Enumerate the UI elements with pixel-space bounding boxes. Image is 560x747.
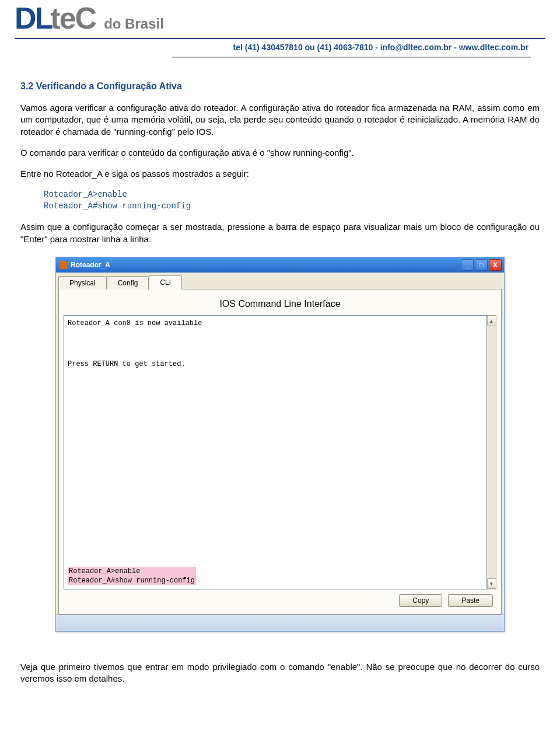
tab-content: IOS Command Line Interface Roteador_A co… — [58, 289, 502, 615]
window-title: Roteador_A — [71, 261, 110, 269]
cli-output-line: Press RETURN to get started. — [68, 360, 483, 368]
paragraph-2: O comando para verificar o conteúdo da c… — [20, 147, 540, 159]
titlebar[interactable]: Roteador_A _ □ X — [56, 257, 504, 273]
cli-hl-line-1: Roteador_A>enable — [69, 567, 195, 576]
window: Roteador_A _ □ X Physical Config CLI IOS… — [55, 257, 505, 632]
cli-hl-line-2: Roteador_A#show running-config — [69, 576, 195, 585]
page-header: DL teC do Brasil tel (41) 430457810 ou (… — [0, 0, 560, 58]
paragraph-3: Entre no Roteador_A e siga os passos mos… — [20, 168, 540, 180]
logo: DL teC — [15, 0, 96, 38]
embedded-screenshot: Roteador_A _ □ X Physical Config CLI IOS… — [55, 257, 505, 632]
contact-line: tel (41) 430457810 ou (41) 4063-7810 - i… — [172, 39, 531, 58]
tab-cli[interactable]: CLI — [149, 275, 182, 289]
copy-button[interactable]: Copy — [399, 594, 442, 607]
cmd-line-2: Roteador_A#show running-config — [44, 201, 540, 212]
tab-bar: Physical Config CLI — [56, 273, 504, 289]
logo-dl-text: DL — [15, 3, 51, 33]
close-button[interactable]: X — [489, 259, 502, 271]
cli-highlighted-commands: Roteador_A>enable Roteador_A#show runnin… — [68, 567, 196, 585]
tab-config[interactable]: Config — [107, 276, 149, 289]
section-title: 3.2 Verificando a Configuração Ativa — [20, 81, 540, 92]
window-icon — [60, 261, 68, 269]
document-content: 3.2 Verificando a Configuração Ativa Vam… — [0, 58, 560, 632]
scroll-up-button[interactable]: ▴ — [487, 316, 496, 326]
cli-title: IOS Command Line Interface — [64, 299, 496, 309]
scroll-down-button[interactable]: ▾ — [487, 578, 496, 589]
tab-physical[interactable]: Physical — [58, 276, 107, 289]
cmd-line-1: Roteador_A>enable — [44, 189, 540, 201]
logo-tec-text: teC — [50, 3, 96, 33]
scrollbar[interactable]: ▴ ▾ — [487, 315, 496, 589]
minimize-button[interactable]: _ — [461, 259, 474, 271]
paragraph-4: Assim que a configuração começar a ser m… — [20, 221, 540, 245]
maximize-button[interactable]: □ — [475, 259, 488, 271]
cli-output-line: Roteador_A con0 is now available — [68, 319, 483, 327]
cli-terminal[interactable]: Roteador_A con0 is now available Press R… — [64, 315, 487, 589]
window-footer — [56, 615, 504, 631]
command-block: Roteador_A>enable Roteador_A#show runnin… — [44, 189, 540, 212]
logo-subtitle: do Brasil — [104, 16, 164, 38]
paste-button[interactable]: Paste — [448, 594, 493, 607]
paragraph-1: Vamos agora verificar a configuração ati… — [20, 102, 540, 138]
paragraph-after: Veja que primeiro tivemos que entrar em … — [0, 632, 560, 685]
